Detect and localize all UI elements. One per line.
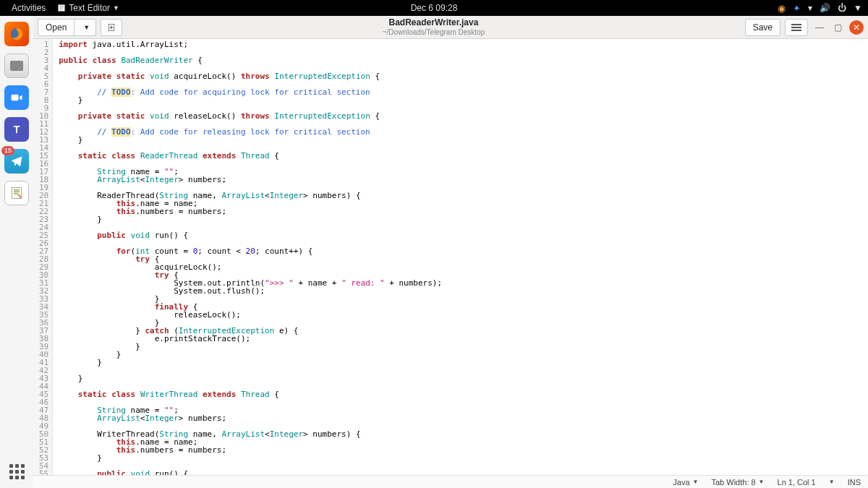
status-cursor-position: Ln 1, Col 1 [778, 478, 816, 487]
app-menu-label: Text Editor [69, 3, 110, 13]
status-position-label: Ln 1, Col 1 [778, 478, 816, 487]
maximize-button[interactable]: ▢ [831, 22, 845, 33]
caret-down-icon: ▼ [83, 24, 90, 31]
firefox-icon [9, 26, 25, 42]
code-content[interactable]: import java.util.ArrayList; public class… [53, 39, 448, 475]
dock-zoom[interactable] [4, 85, 29, 110]
new-doc-icon [107, 23, 116, 32]
status-icon-2[interactable]: ✦ [793, 3, 801, 14]
editor-headerbar: Open ▼ BadReaderWriter.java ~/Downloads/… [33, 16, 868, 39]
clock[interactable]: Dec 6 09:28 [411, 3, 458, 13]
statusbar: Java ▼ Tab Width: 8 ▼ Ln 1, Col 1 ▼ INS [33, 475, 868, 488]
network-icon[interactable]: ▾ [808, 3, 812, 13]
dock-teams[interactable]: T [4, 117, 29, 142]
dock-firefox[interactable] [4, 22, 29, 46]
hamburger-icon [791, 24, 801, 31]
hamburger-menu[interactable] [785, 19, 808, 36]
open-button-label: Open [46, 22, 67, 33]
zoom-icon [9, 90, 24, 105]
power-icon[interactable]: ⏻ [838, 3, 846, 13]
teams-icon: T [14, 124, 20, 135]
line-number-gutter: 1 2 3 4 5 6 7 8 9 10 11 12 13 14 15 16 1… [33, 39, 53, 475]
status-insert-mode[interactable]: INS [848, 478, 861, 487]
svg-rect-2 [12, 95, 19, 100]
save-button-label: Save [753, 22, 773, 33]
status-tab-width-label: Tab Width: 8 [711, 478, 755, 487]
app-menu[interactable]: Text Editor ▼ [51, 3, 125, 13]
dock-text-editor[interactable] [4, 181, 29, 205]
minimize-button[interactable]: — [812, 22, 827, 33]
gedit-icon [9, 186, 24, 200]
save-button[interactable]: Save [745, 19, 780, 36]
activities-button[interactable]: Activities [6, 3, 51, 13]
close-icon: ✕ [853, 22, 860, 33]
status-ins-label: INS [848, 478, 861, 487]
dock-files[interactable] [4, 53, 29, 78]
titlebar: BadReaderWriter.java ~/Downloads/Telegra… [122, 18, 744, 35]
dock-telegram[interactable]: 15 [4, 149, 29, 174]
close-button[interactable]: ✕ [849, 20, 864, 35]
filepath: ~/Downloads/Telegram Desktop [383, 28, 485, 36]
status-tab-width[interactable]: Tab Width: 8 ▼ [711, 478, 764, 487]
status-line-ending[interactable]: ▼ [829, 479, 835, 485]
status-icon-1[interactable]: ◉ [778, 3, 786, 14]
filename: BadReaderWriter.java [389, 18, 479, 27]
telegram-icon [9, 154, 24, 168]
status-language-label: Java [673, 478, 689, 487]
volume-icon[interactable]: 🔊 [820, 3, 830, 13]
folder-icon [10, 61, 23, 71]
dock-show-apps[interactable] [9, 464, 25, 479]
code-editor[interactable]: 1 2 3 4 5 6 7 8 9 10 11 12 13 14 15 16 1… [33, 39, 868, 475]
open-recent-button[interactable]: ▼ [75, 19, 96, 36]
status-language[interactable]: Java ▼ [673, 478, 698, 487]
caret-down-icon: ▼ [113, 4, 119, 12]
sys-caret-icon[interactable]: ▼ [854, 3, 862, 13]
caret-down-icon: ▼ [693, 479, 699, 485]
gnome-top-bar: Activities Text Editor ▼ Dec 6 09:28 ◉ ✦… [0, 0, 868, 16]
dock: T 15 [0, 16, 33, 488]
open-button[interactable]: Open [38, 19, 75, 36]
caret-down-icon: ▼ [829, 479, 835, 485]
text-editor-icon [57, 4, 66, 12]
telegram-badge: 15 [1, 146, 14, 155]
new-tab-button[interactable] [101, 19, 122, 36]
caret-down-icon: ▼ [759, 479, 765, 485]
